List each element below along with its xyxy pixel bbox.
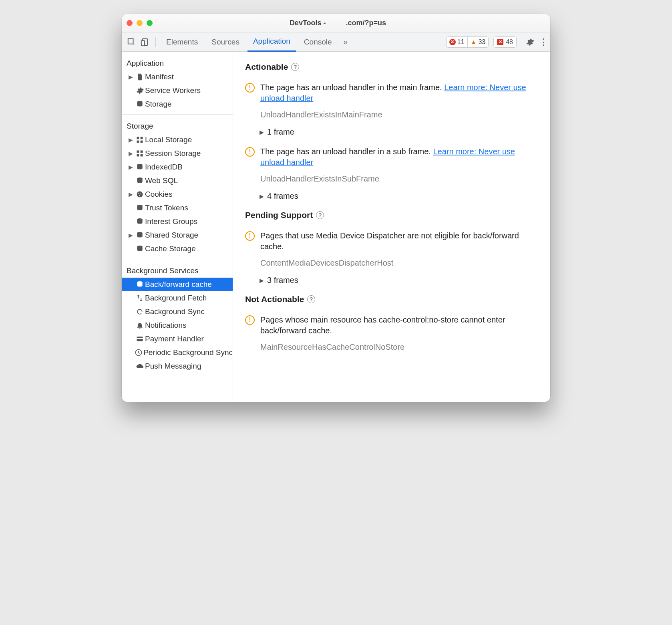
sidebar-item-label: Interest Groups: [145, 217, 197, 226]
section-title-label: Not Actionable: [245, 294, 304, 304]
sidebar-item-label: Push Messaging: [145, 362, 201, 371]
sidebar-item-session-storage[interactable]: ▶Session Storage: [122, 147, 233, 160]
sidebar-item-shared-storage[interactable]: ▶Shared Storage: [122, 228, 233, 242]
sidebar-item-service-workers[interactable]: Service Workers: [122, 84, 233, 97]
sidebar-item-background-sync[interactable]: Background Sync: [122, 305, 233, 319]
sidebar-item-local-storage[interactable]: ▶Local Storage: [122, 133, 233, 147]
inspect-element-icon[interactable]: [126, 36, 137, 48]
sidebar-section-application: Application: [122, 55, 233, 70]
help-icon[interactable]: ?: [316, 211, 324, 219]
close-window-button[interactable]: [127, 20, 133, 26]
settings-icon[interactable]: [525, 37, 535, 47]
database-icon: [135, 245, 145, 253]
sidebar-item-label: Background Sync: [145, 307, 205, 316]
sidebar-item-label: Shared Storage: [145, 231, 198, 240]
sidebar-item-periodic-background-sync[interactable]: Periodic Background Sync: [122, 346, 233, 359]
sidebar-item-storage[interactable]: Storage: [122, 97, 233, 111]
issues-icon: ✕: [497, 39, 503, 45]
window-title: DevTools - .com/?p=us: [158, 19, 545, 27]
zoom-window-button[interactable]: [147, 20, 153, 26]
devtools-toolbar: Elements Sources Application Console » ✕…: [122, 32, 550, 52]
tab-console[interactable]: Console: [298, 32, 338, 52]
sidebar-item-cookies[interactable]: ▶Cookies: [122, 188, 233, 201]
sidebar-item-trust-tokens[interactable]: Trust Tokens: [122, 201, 233, 215]
issue-code: MainResourceHasCacheControlNoStore: [260, 342, 538, 353]
sidebar-item-label: Payment Handler: [145, 335, 204, 343]
grid-icon: [135, 136, 145, 144]
sidebar-item-label: Periodic Background Sync: [143, 348, 233, 357]
gear-icon: [135, 87, 145, 95]
sync-icon: [135, 308, 145, 316]
sidebar-item-label: Background Fetch: [145, 294, 207, 302]
issue-text: The page has an unload handler in a sub …: [260, 147, 431, 156]
help-icon[interactable]: ?: [291, 63, 299, 71]
issue-code: ContentMediaDevicesDispatcherHost: [260, 258, 538, 268]
database-icon: [135, 280, 145, 288]
sidebar-item-notifications[interactable]: Notifications: [122, 319, 233, 332]
warning-icon: !: [245, 147, 255, 157]
database-icon: [135, 163, 145, 171]
sidebar-item-cache-storage[interactable]: Cache Storage: [122, 242, 233, 256]
sidebar-item-bfcache[interactable]: Back/forward cache: [122, 278, 233, 291]
warning-icon: !: [245, 231, 255, 241]
sidebar-item-manifest[interactable]: ▶ Manifest: [122, 70, 233, 84]
database-icon: [135, 218, 145, 226]
sidebar-item-label: Notifications: [145, 321, 187, 330]
bfcache-panel: Actionable ? ! The page has an unload ha…: [233, 52, 550, 402]
error-icon: ✕: [449, 39, 456, 45]
issue-row: ! Pages that use Media Device Dispatcher…: [245, 230, 538, 268]
console-status-badge[interactable]: ✕11 ▲33: [446, 36, 489, 48]
frames-expander[interactable]: ▶3 frames: [260, 276, 538, 285]
sidebar-item-payment-handler[interactable]: Payment Handler: [122, 332, 233, 346]
issue-row: ! Pages whose main resource has cache-co…: [245, 315, 538, 353]
card-icon: [135, 335, 145, 343]
sidebar-item-background-fetch[interactable]: Background Fetch: [122, 291, 233, 305]
tab-sources[interactable]: Sources: [206, 32, 245, 52]
issue-text: Pages that use Media Device Dispatcher a…: [260, 231, 519, 251]
frames-expander[interactable]: ▶4 frames: [260, 192, 538, 201]
frames-expander[interactable]: ▶1 frame: [260, 127, 538, 137]
issue-code: UnloadHandlerExistsInMainFrame: [260, 109, 538, 120]
issue-text: The page has an unload handler in the ma…: [260, 83, 442, 92]
sidebar-item-label: Session Storage: [145, 149, 201, 158]
database-icon: [135, 100, 145, 108]
issue-row: ! The page has an unload handler in the …: [245, 82, 538, 120]
sidebar-item-interest-groups[interactable]: Interest Groups: [122, 215, 233, 228]
minimize-window-button[interactable]: [137, 20, 143, 26]
tab-application[interactable]: Application: [247, 32, 296, 52]
device-toolbar-icon[interactable]: [139, 36, 151, 48]
sidebar-item-websql[interactable]: Web SQL: [122, 174, 233, 188]
issues-count: 48: [506, 38, 513, 46]
sidebar-item-push-messaging[interactable]: Push Messaging: [122, 359, 233, 373]
frames-count: 3 frames: [267, 276, 298, 285]
database-icon: [135, 177, 145, 185]
sidebar-section-storage: Storage: [122, 118, 233, 133]
sidebar-section-background-services: Background Services: [122, 262, 233, 278]
sidebar-item-label: Web SQL: [145, 176, 178, 185]
section-not-actionable: Not Actionable ?: [245, 294, 538, 304]
more-menu-icon[interactable]: ⋮: [541, 37, 546, 47]
help-icon[interactable]: ?: [307, 295, 315, 303]
chevron-right-icon: ▶: [260, 193, 264, 200]
document-icon: [135, 73, 145, 81]
issue-row: ! The page has an unload handler in a su…: [245, 146, 538, 184]
issues-badge[interactable]: ✕ 48: [493, 36, 517, 48]
sidebar-item-label: Service Workers: [145, 86, 201, 95]
titlebar: DevTools - .com/?p=us: [122, 14, 550, 32]
section-pending-support: Pending Support ?: [245, 210, 538, 220]
more-tabs-icon[interactable]: »: [340, 36, 351, 48]
window-controls: [127, 20, 153, 26]
sidebar-item-label: Cookies: [145, 190, 173, 199]
transfer-icon: [135, 294, 145, 302]
bell-icon: [135, 321, 145, 329]
chevron-right-icon: ▶: [260, 277, 264, 284]
title-url: .com/?p=us: [346, 19, 386, 27]
tab-elements[interactable]: Elements: [161, 32, 203, 52]
cookie-icon: [135, 190, 145, 198]
issue-text: Pages whose main resource has cache-cont…: [260, 315, 505, 335]
sidebar-item-label: Local Storage: [145, 135, 192, 144]
application-sidebar: Application ▶ Manifest Service Workers S…: [122, 52, 233, 402]
sidebar-item-indexeddb[interactable]: ▶IndexedDB: [122, 160, 233, 174]
section-actionable: Actionable ?: [245, 62, 538, 72]
sidebar-item-label: Cache Storage: [145, 244, 196, 253]
